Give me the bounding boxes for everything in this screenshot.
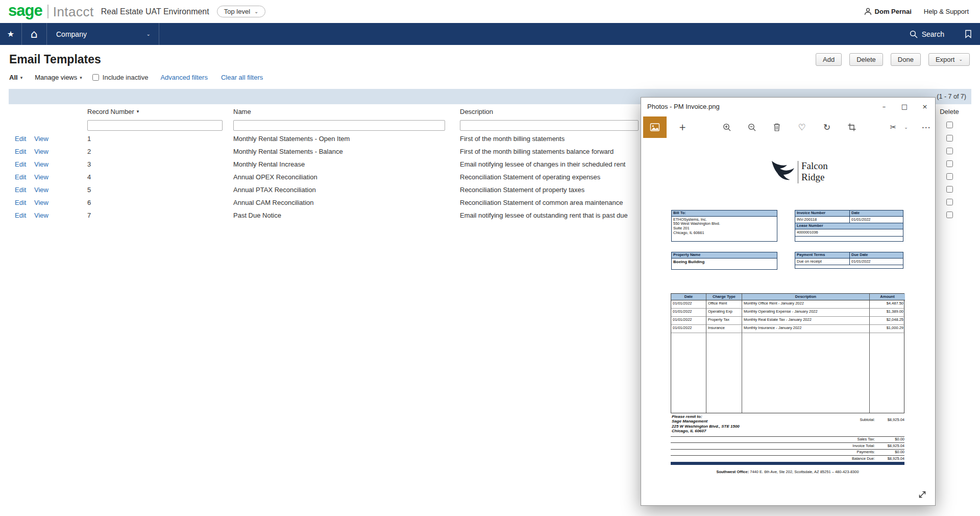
include-inactive-toggle[interactable]: Include inactive bbox=[92, 74, 149, 81]
search-label: Search bbox=[922, 30, 944, 38]
record-number-cell: 3 bbox=[87, 160, 233, 168]
add-button[interactable]: Add bbox=[816, 53, 842, 66]
view-link[interactable]: View bbox=[34, 212, 48, 219]
sales-tax-row: Sales Tax: $0.00 bbox=[671, 436, 904, 442]
view-link[interactable]: View bbox=[34, 160, 48, 168]
row-delete-checkbox[interactable] bbox=[946, 135, 953, 142]
favorite-icon[interactable]: ♡ bbox=[798, 122, 805, 132]
name-cell: Annual PTAX Reconciliation bbox=[233, 186, 460, 194]
home-button[interactable]: ⌂ bbox=[22, 23, 47, 45]
view-link[interactable]: View bbox=[34, 173, 48, 181]
clear-all-filters-link[interactable]: Clear all filters bbox=[221, 74, 263, 81]
name-header[interactable]: Name bbox=[233, 108, 460, 115]
name-cell: Annual CAM Reconciliation bbox=[233, 199, 460, 206]
edit-link[interactable]: Edit bbox=[15, 212, 26, 219]
filter-row: All ▾ Manage views ▾ Include inactive Ad… bbox=[9, 74, 980, 81]
edit-create-icon[interactable]: ✂ bbox=[890, 123, 897, 132]
company-menu[interactable]: Company ⌄ bbox=[47, 23, 159, 45]
edit-link[interactable]: Edit bbox=[15, 135, 26, 143]
row-delete-checkbox[interactable] bbox=[946, 148, 953, 154]
edit-link[interactable]: Edit bbox=[15, 199, 26, 206]
row-delete-checkbox[interactable] bbox=[946, 199, 953, 205]
search-button[interactable]: Search bbox=[910, 30, 944, 38]
record-number-header[interactable]: Record Number ▾ bbox=[87, 108, 233, 115]
due-date-label: Due Date bbox=[849, 252, 903, 259]
name-cell: Monthly Rental Statements - Balance bbox=[233, 148, 460, 155]
entity-selector-label: Top level bbox=[224, 8, 250, 15]
photos-title-bar[interactable]: Photos - PM Invoice.png – □ × bbox=[641, 98, 935, 115]
row-delete-checkbox[interactable] bbox=[946, 186, 953, 193]
subtotal-row: Subtotal: $8,925.04 bbox=[671, 418, 904, 423]
caret-down-icon: ▾ bbox=[80, 75, 82, 80]
falcon-bird-icon bbox=[770, 159, 796, 183]
pagination-label: (1 - 7 of 7) bbox=[937, 93, 966, 100]
view-link[interactable]: View bbox=[34, 186, 48, 194]
edit-link[interactable]: Edit bbox=[15, 173, 26, 181]
advanced-filters-link[interactable]: Advanced filters bbox=[160, 74, 208, 81]
fullscreen-icon[interactable] bbox=[917, 489, 928, 500]
include-inactive-label: Include inactive bbox=[103, 74, 149, 81]
delete-icon[interactable] bbox=[773, 123, 781, 132]
export-button[interactable]: Export ⌄ bbox=[928, 53, 970, 66]
record-number-filter-input[interactable] bbox=[87, 120, 223, 131]
row-delete-checkbox[interactable] bbox=[946, 173, 953, 180]
done-button[interactable]: Done bbox=[891, 53, 921, 66]
manage-views-menu[interactable]: Manage views ▾ bbox=[35, 74, 82, 81]
page-header: Email Templates Add Delete Done Export ⌄ bbox=[0, 45, 980, 68]
select-all-delete-checkbox[interactable] bbox=[946, 122, 953, 128]
lease-number-label: Lease Number bbox=[795, 223, 903, 229]
logo-divider bbox=[47, 5, 48, 18]
favorites-button[interactable]: ★ bbox=[0, 23, 22, 45]
picture-icon bbox=[650, 122, 660, 132]
view-link[interactable]: View bbox=[34, 199, 48, 206]
entity-selector[interactable]: Top level ⌄ bbox=[217, 6, 266, 17]
zoom-in-icon[interactable] bbox=[722, 123, 731, 132]
chevron-down-icon: ⌄ bbox=[959, 58, 963, 61]
edit-link[interactable]: Edit bbox=[15, 148, 26, 155]
invoice-footer-bar bbox=[671, 462, 904, 465]
include-inactive-checkbox[interactable] bbox=[92, 74, 99, 81]
chevron-down-icon[interactable]: ⌄ bbox=[904, 125, 908, 130]
minimize-button[interactable]: – bbox=[874, 98, 894, 115]
record-number-cell: 7 bbox=[87, 212, 233, 219]
row-delete-checkbox[interactable] bbox=[946, 212, 953, 218]
record-number-cell: 4 bbox=[87, 173, 233, 181]
search-icon bbox=[910, 30, 918, 38]
company-menu-label: Company bbox=[56, 30, 87, 38]
view-link[interactable]: View bbox=[34, 135, 48, 143]
edit-link[interactable]: Edit bbox=[15, 160, 26, 168]
property-name-value: Boeing Building bbox=[672, 259, 777, 265]
photos-window: Photos - PM Invoice.png – □ × + ♡ ↻ ✂ ⌄ … bbox=[641, 97, 936, 506]
help-support-link[interactable]: Help & Support bbox=[924, 8, 969, 15]
close-button[interactable]: × bbox=[915, 98, 935, 115]
rotate-icon[interactable]: ↻ bbox=[823, 122, 830, 132]
page-actions: Add Delete Done Export ⌄ bbox=[816, 53, 970, 66]
balance-due-row: Balance Due: $8,925.04 bbox=[671, 455, 904, 461]
name-filter-input[interactable] bbox=[233, 120, 445, 131]
row-delete-checkbox[interactable] bbox=[946, 160, 953, 167]
name-cell: Annual OPEX Reconciliation bbox=[233, 173, 460, 181]
caret-down-icon: ▾ bbox=[20, 75, 23, 80]
crop-icon[interactable] bbox=[848, 123, 856, 132]
delete-button[interactable]: Delete bbox=[849, 53, 883, 66]
see-more-icon[interactable]: ⋯ bbox=[922, 122, 930, 132]
payment-terms-box: Payment Terms Due Date Due on receipt 01… bbox=[795, 252, 903, 269]
view-link[interactable]: View bbox=[34, 148, 48, 155]
record-number-cell: 1 bbox=[87, 135, 233, 143]
add-icon[interactable]: + bbox=[679, 122, 686, 132]
page-title: Email Templates bbox=[9, 53, 101, 66]
name-cell: Monthly Rental Statements - Open Item bbox=[233, 135, 460, 143]
user-menu[interactable]: Dom Pernai bbox=[864, 8, 912, 15]
invoice-line-items-table: Date Charge Type Description Amount 01/0… bbox=[671, 293, 904, 413]
environment-name: Real Estate UAT Environment bbox=[101, 7, 209, 16]
zoom-out-icon[interactable] bbox=[747, 123, 756, 132]
totals-block: Sales Tax: $0.00 Invoice Total: $8,925.0… bbox=[671, 436, 904, 462]
record-number-cell: 5 bbox=[87, 186, 233, 194]
description-filter-input[interactable] bbox=[460, 120, 639, 131]
maximize-button[interactable]: □ bbox=[894, 98, 915, 115]
edit-link[interactable]: Edit bbox=[15, 186, 26, 194]
home-icon: ⌂ bbox=[31, 28, 38, 40]
all-photos-button[interactable] bbox=[643, 116, 667, 138]
bookmark-button[interactable] bbox=[965, 30, 972, 38]
view-selector-all[interactable]: All ▾ bbox=[9, 74, 22, 81]
